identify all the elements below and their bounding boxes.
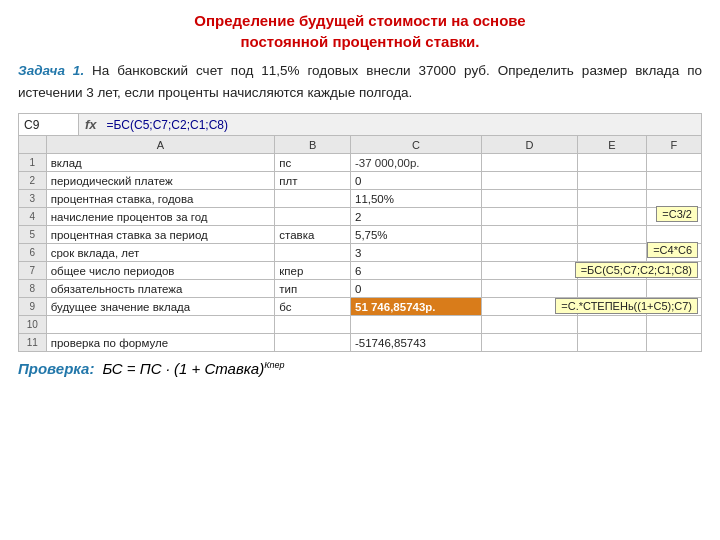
cell-c4[interactable]: 2 [350, 208, 481, 226]
cell-c9[interactable]: 51 746,85743р. [350, 298, 481, 316]
cell-e10[interactable] [578, 316, 647, 334]
cell-d1[interactable] [481, 154, 577, 172]
cell-e6[interactable] [578, 244, 647, 262]
col-header-c: C [350, 136, 481, 154]
cell-c10[interactable] [350, 316, 481, 334]
row-number: 6 [19, 244, 47, 262]
formula-content: =БС(C5;C7;C2;C1;C8) [103, 118, 232, 132]
cell-a1[interactable]: вклад [46, 154, 275, 172]
table-row: 4начисление процентов за год2 [19, 208, 702, 226]
cell-c7[interactable]: 6 [350, 262, 481, 280]
cell-c2[interactable]: 0 [350, 172, 481, 190]
cell-f2[interactable] [646, 172, 701, 190]
cell-c3[interactable]: 11,50% [350, 190, 481, 208]
table-row: 10 [19, 316, 702, 334]
cell-c5[interactable]: 5,75% [350, 226, 481, 244]
table-row: 6срок вклада, лет3 [19, 244, 702, 262]
cell-a9[interactable]: будущее значение вклада [46, 298, 275, 316]
table-row: 1вкладпс-37 000,00р. [19, 154, 702, 172]
table-row: 2периодический платежплт0 [19, 172, 702, 190]
cell-c6[interactable]: 3 [350, 244, 481, 262]
cell-a5[interactable]: процентная ставка за период [46, 226, 275, 244]
cell-e1[interactable] [578, 154, 647, 172]
cell-e4[interactable] [578, 208, 647, 226]
row-number: 1 [19, 154, 47, 172]
task-description: Задача 1. На банковский счет под 11,5% г… [18, 60, 702, 103]
col-header-f: F [646, 136, 701, 154]
cell-a8[interactable]: обязательность платежа [46, 280, 275, 298]
cell-c1[interactable]: -37 000,00р. [350, 154, 481, 172]
cell-a3[interactable]: процентная ставка, годова [46, 190, 275, 208]
row-number: 11 [19, 334, 47, 352]
cell-b10[interactable] [275, 316, 351, 334]
col-header-d: D [481, 136, 577, 154]
row-number: 7 [19, 262, 47, 280]
cell-e11[interactable] [578, 334, 647, 352]
row-number: 9 [19, 298, 47, 316]
table-row: 5процентная ставка за периодставка5,75% [19, 226, 702, 244]
verification-label: Проверка: [18, 360, 94, 377]
callout-c9: =БС(C5;C7;C2;C1;C8) [575, 262, 698, 278]
cell-d3[interactable] [481, 190, 577, 208]
cell-b3[interactable] [275, 190, 351, 208]
cell-b9[interactable]: бс [275, 298, 351, 316]
cell-f10[interactable] [646, 316, 701, 334]
cell-b8[interactable]: тип [275, 280, 351, 298]
cell-b7[interactable]: кпер [275, 262, 351, 280]
cell-b11[interactable] [275, 334, 351, 352]
cell-reference: C9 [19, 114, 79, 135]
cell-a2[interactable]: периодический платеж [46, 172, 275, 190]
cell-d6[interactable] [481, 244, 577, 262]
col-header-a: A [46, 136, 275, 154]
cell-d7[interactable] [481, 262, 577, 280]
cell-e3[interactable] [578, 190, 647, 208]
row-number: 4 [19, 208, 47, 226]
cell-a7[interactable]: общее число периодов [46, 262, 275, 280]
cell-a11[interactable]: проверка по формуле [46, 334, 275, 352]
fx-icon: fx [79, 117, 103, 132]
cell-b6[interactable] [275, 244, 351, 262]
cell-c8[interactable]: 0 [350, 280, 481, 298]
corner-cell [19, 136, 47, 154]
cell-d11[interactable] [481, 334, 577, 352]
row-number: 2 [19, 172, 47, 190]
cell-a10[interactable] [46, 316, 275, 334]
cell-b4[interactable] [275, 208, 351, 226]
col-header-e: E [578, 136, 647, 154]
cell-b1[interactable]: пс [275, 154, 351, 172]
verification-formula: БС = ПС · (1 + Ставка)Кпер [102, 360, 284, 377]
cell-c11[interactable]: -51746,85743 [350, 334, 481, 352]
row-number: 10 [19, 316, 47, 334]
cell-b2[interactable]: плт [275, 172, 351, 190]
cell-f5[interactable] [646, 226, 701, 244]
cell-f1[interactable] [646, 154, 701, 172]
cell-d10[interactable] [481, 316, 577, 334]
callout-c11: =C.*СТЕПЕНь((1+C5);C7) [555, 298, 698, 314]
cell-a6[interactable]: срок вклада, лет [46, 244, 275, 262]
task-label: Задача 1. [18, 63, 84, 78]
cell-d2[interactable] [481, 172, 577, 190]
formula-bar: C9 fx =БС(C5;C7;C2;C1;C8) [18, 113, 702, 135]
spreadsheet: A B C D E F 1вкладпс-37 000,00р.2периоди… [18, 135, 702, 352]
col-header-b: B [275, 136, 351, 154]
cell-f8[interactable] [646, 280, 701, 298]
cell-b5[interactable]: ставка [275, 226, 351, 244]
cell-e8[interactable] [578, 280, 647, 298]
cell-d4[interactable] [481, 208, 577, 226]
cell-a4[interactable]: начисление процентов за год [46, 208, 275, 226]
cell-d8[interactable] [481, 280, 577, 298]
cell-d5[interactable] [481, 226, 577, 244]
table-row: 8обязательность платежатип0 [19, 280, 702, 298]
row-number: 5 [19, 226, 47, 244]
verification-section: Проверка: БС = ПС · (1 + Ставка)Кпер [18, 360, 702, 377]
callout-c4: =C3/2 [656, 206, 698, 222]
row-number: 3 [19, 190, 47, 208]
table-row: 11проверка по формуле-51746,85743 [19, 334, 702, 352]
cell-e5[interactable] [578, 226, 647, 244]
cell-f3[interactable] [646, 190, 701, 208]
cell-f11[interactable] [646, 334, 701, 352]
sheet-table: A B C D E F 1вкладпс-37 000,00р.2периоди… [18, 135, 702, 352]
cell-e2[interactable] [578, 172, 647, 190]
row-number: 8 [19, 280, 47, 298]
callout-c7: =C4*C6 [647, 242, 698, 258]
